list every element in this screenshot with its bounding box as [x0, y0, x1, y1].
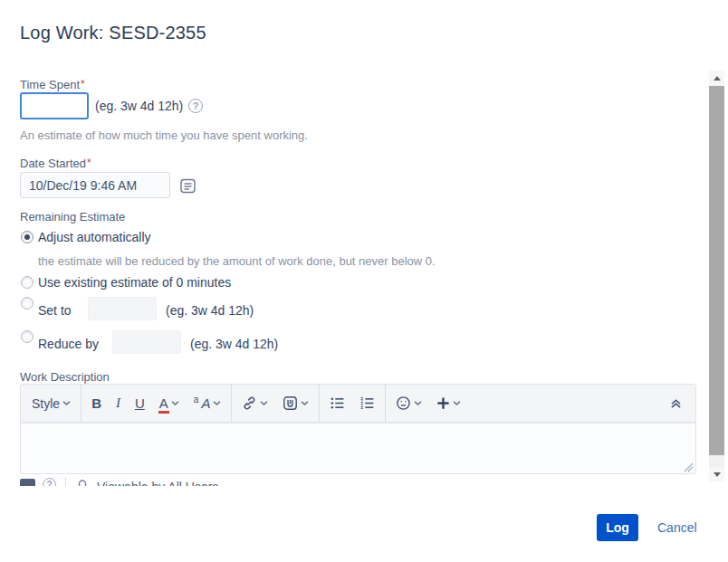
underline-button[interactable]: U — [128, 385, 152, 422]
editor-toolbar: Style B I U A aA — [20, 384, 696, 423]
radio-use-existing[interactable] — [21, 276, 34, 289]
visibility-select[interactable]: Viewable by All Users — [97, 480, 218, 486]
footer-divider — [65, 477, 66, 486]
radio-adjust-automatically[interactable] — [21, 231, 34, 243]
chevron-down-icon — [260, 400, 268, 406]
numbered-list-icon — [359, 395, 375, 411]
triangle-up-icon — [714, 76, 721, 81]
plus-icon — [436, 396, 450, 410]
editor-help-icon[interactable]: ? — [43, 478, 56, 486]
time-spent-hint: (eg. 3w 4d 12h) — [95, 99, 183, 113]
required-asterisk: * — [87, 157, 91, 169]
page-title: Log Work: SESD-2355 — [20, 23, 206, 43]
radio-reduce-by[interactable] — [21, 330, 34, 343]
time-spent-input[interactable] — [20, 92, 89, 119]
required-asterisk: * — [81, 78, 85, 90]
cancel-link[interactable]: Cancel — [657, 520, 697, 535]
set-to-input[interactable] — [88, 297, 157, 320]
collapse-toolbar-button[interactable] — [660, 385, 692, 422]
calendar-icon[interactable] — [179, 176, 197, 195]
scroll-up-button[interactable] — [709, 71, 724, 85]
remaining-estimate-label: Remaining Estimate — [20, 210, 125, 224]
chevron-down-icon — [62, 400, 71, 406]
set-to-hint: (eg. 3w 4d 12h) — [166, 303, 254, 318]
bullet-list-button[interactable] — [322, 385, 352, 422]
vertical-scrollbar[interactable] — [709, 71, 724, 481]
attachment-icon — [283, 395, 298, 411]
style-dropdown[interactable]: Style — [24, 385, 78, 422]
toolbar-divider — [81, 384, 81, 423]
reduce-by-hint: (eg. 3w 4d 12h) — [190, 337, 278, 351]
work-description-label: Work Description — [20, 370, 110, 384]
link-button[interactable] — [235, 385, 275, 422]
text-color-button[interactable]: A — [152, 385, 187, 422]
date-started-input[interactable] — [20, 172, 170, 198]
chevron-down-icon — [414, 400, 422, 406]
chevron-down-icon — [171, 400, 179, 406]
chevron-down-icon — [453, 400, 461, 406]
radio-label-set-to[interactable]: Set to — [38, 303, 72, 318]
double-chevron-up-icon — [669, 398, 683, 409]
insert-more-button[interactable] — [429, 385, 468, 422]
link-icon — [242, 395, 257, 411]
toolbar-divider — [231, 384, 232, 423]
help-icon[interactable]: ? — [188, 99, 203, 113]
emoji-button[interactable] — [388, 385, 429, 422]
editor-footer-row: ? Viewable by All Users — [20, 477, 218, 486]
attach-button[interactable] — [275, 385, 316, 422]
fullscreen-icon[interactable] — [20, 479, 35, 486]
date-started-label: Date Started* — [20, 157, 91, 170]
radio-label-reduce-by[interactable]: Reduce by — [38, 337, 99, 351]
reduce-by-input[interactable] — [112, 330, 181, 354]
font-style-button[interactable]: aA — [187, 385, 229, 422]
radio-label-use-existing[interactable]: Use existing estimate of 0 minutes — [38, 275, 231, 290]
radio-set-to[interactable] — [21, 297, 34, 310]
italic-button[interactable]: I — [109, 385, 128, 422]
scroll-down-button[interactable] — [709, 467, 724, 481]
work-description-textarea[interactable] — [20, 423, 696, 474]
dialog-scroll-body: Time Spent* (eg. 3w 4d 12h) ? An estimat… — [0, 71, 709, 486]
chevron-down-icon — [213, 400, 221, 406]
toolbar-divider — [385, 384, 386, 423]
scrollbar-thumb[interactable] — [709, 86, 724, 455]
time-spent-description: An estimate of how much time you have sp… — [20, 129, 308, 142]
lock-icon — [75, 478, 90, 486]
log-button[interactable]: Log — [597, 514, 638, 541]
adjust-automatically-description: the estimate will be reduced by the amou… — [38, 254, 436, 268]
triangle-down-icon — [714, 472, 721, 477]
log-work-dialog: Log Work: SESD-2355 Time Spent* (eg. 3w … — [0, 0, 728, 562]
numbered-list-button[interactable] — [352, 385, 382, 422]
time-spent-label: Time Spent* — [20, 78, 85, 91]
bullet-list-icon — [330, 395, 345, 411]
chevron-down-icon — [301, 400, 309, 406]
bold-button[interactable]: B — [84, 385, 109, 422]
radio-label-adjust-automatically[interactable]: Adjust automatically — [38, 230, 151, 244]
toolbar-divider — [319, 384, 320, 423]
emoji-icon — [396, 395, 411, 411]
